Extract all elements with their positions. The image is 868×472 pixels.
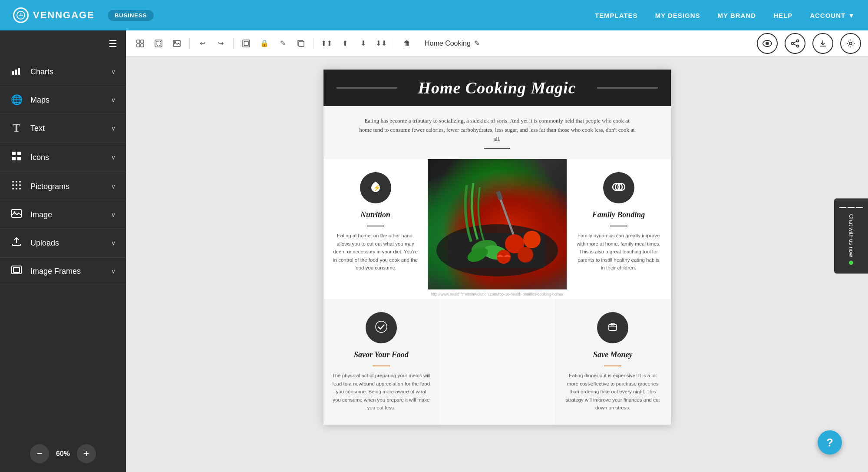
svg-text:⚡: ⚡ [373,184,381,192]
chat-label: Chat with us now [848,214,855,257]
savor-icon-circle [366,312,397,343]
canvas-wrapper: Home Cooking Magic Eating has become a t… [323,70,671,459]
save-money-icon-circle [597,312,628,343]
svg-rect-47 [496,191,503,200]
bring-top-icon[interactable]: ⬆⬆ [319,36,334,51]
chat-widget[interactable]: Chat with us now [834,199,868,274]
hamburger-icon[interactable]: ☰ [109,38,117,50]
svg-point-42 [849,42,852,45]
zoom-level: 60% [56,450,70,458]
logo-area[interactable]: VENNGAGE [13,7,95,23]
family-bonding-divider [610,226,627,226]
toolbar: ↩ ↪ 🔒 ✎ ⬆⬆ ⬆ ⬇ ⬇⬇ 🗑 [126,30,868,57]
svg-rect-9 [17,157,21,160]
top-navigation: VENNGAGE BUSINESS TEMPLATES MY DESIGNS M… [0,0,868,30]
preview-button[interactable] [757,33,778,54]
svg-point-53 [518,247,533,263]
nav-links: TEMPLATES MY DESIGNS MY BRAND HELP ACCOU… [595,12,855,19]
zoom-in-button[interactable]: + [77,444,96,463]
svg-point-14 [16,184,17,186]
business-badge[interactable]: BUSINESS [108,10,154,21]
design-title-text: Home Cooking [425,40,471,47]
layers-icon[interactable] [133,36,148,51]
chat-lines-icon [839,207,863,208]
sidebar-item-image-frames[interactable]: Image Frames ∨ [0,258,126,285]
svg-point-11 [16,181,17,183]
save-money-title: Save Money [593,350,632,359]
nav-account[interactable]: ACCOUNT ▼ [810,12,855,19]
svg-point-37 [792,42,794,44]
lock-icon[interactable]: 🔒 [257,36,272,51]
family-bonding-title: Family Bonding [592,210,645,219]
food-image[interactable] [428,159,567,289]
share-button[interactable] [785,33,805,54]
select-icon[interactable] [151,36,166,51]
family-bonding-text: Family dynamics can greatly improve with… [575,232,662,272]
svg-rect-22 [13,267,20,273]
settings-button[interactable] [840,33,861,54]
undo-icon[interactable]: ↩ [195,36,210,51]
svg-rect-32 [244,41,248,46]
toolbar-divider-2 [233,38,234,49]
nutrition-text: Eating at home, on the other hand, allow… [332,232,419,272]
svg-point-18 [19,188,21,189]
svg-rect-3 [12,71,14,75]
url-text: http://www.healthfitnessrevolution.com/t… [428,289,566,299]
infographic-sections: ⚡ Nutrition Eating at home, on the other… [323,159,671,299]
sidebar: ☰ Charts ∨ 🌐 Maps ∨ [0,30,126,472]
sidebar-item-charts[interactable]: Charts ∨ [0,57,126,86]
savor-icon [373,319,389,337]
svg-rect-4 [15,70,17,75]
image-frames-chevron: ∨ [111,268,116,275]
family-bonding-section: Family Bonding Family dynamics can great… [567,159,671,299]
edit-title-icon[interactable]: ✎ [474,39,480,47]
sidebar-menu-btn[interactable]: ☰ [0,30,126,57]
canvas-area[interactable]: Home Cooking Magic Eating has become a t… [126,57,868,472]
svg-rect-23 [137,40,140,43]
sidebar-item-pictograms[interactable]: Pictograms ∨ [0,172,126,201]
nav-templates[interactable]: TEMPLATES [595,12,638,19]
infographic-title[interactable]: Home Cooking Magic [397,78,597,97]
sidebar-item-uploads[interactable]: Uploads ∨ [0,229,126,258]
design-title-area[interactable]: Home Cooking ✎ [421,37,483,49]
redo-icon[interactable]: ↪ [213,36,228,51]
frame-icon[interactable] [239,36,254,51]
image-icon [10,209,23,220]
chevron-down-icon: ▼ [848,12,855,19]
nutrition-title: Nutrition [360,210,390,219]
sidebar-item-maps[interactable]: 🌐 Maps ∨ [0,86,126,114]
zoom-out-button[interactable]: − [30,444,49,463]
svg-rect-25 [137,44,140,47]
nav-help[interactable]: HELP [773,12,792,19]
image-frames-icon [10,266,23,277]
download-button[interactable] [812,33,833,54]
send-bottom-icon[interactable]: ⬇⬇ [374,36,389,51]
text-label: Text [30,124,45,133]
bring-up-icon[interactable]: ⬆ [337,36,352,51]
svg-rect-5 [18,68,20,75]
delete-icon[interactable]: 🗑 [399,36,414,51]
savor-title: Savor Your Food [354,350,409,359]
nutrition-icon-circle: ⚡ [360,172,391,203]
nav-my-brand[interactable]: MY BRAND [718,12,756,19]
maps-label: Maps [30,96,50,105]
svg-rect-8 [12,157,16,160]
help-fab-button[interactable]: ? [818,430,842,455]
intro-divider [484,148,510,149]
help-icon: ? [826,436,833,449]
save-money-icon [604,319,621,337]
pictograms-chevron: ∨ [111,183,116,190]
svg-point-58 [374,319,389,334]
send-down-icon[interactable]: ⬇ [356,36,370,51]
image-add-icon[interactable] [169,36,184,51]
edit-icon[interactable]: ✎ [275,36,290,51]
bottom-center [439,299,555,425]
pictograms-icon [10,180,23,193]
nav-my-designs[interactable]: MY DESIGNS [655,12,700,19]
duplicate-icon[interactable] [294,36,308,51]
sidebar-item-image[interactable]: Image ∨ [0,201,126,229]
uploads-icon [10,236,23,249]
text-icon: T [10,122,23,135]
sidebar-item-icons[interactable]: Icons ∨ [0,143,126,172]
sidebar-item-text[interactable]: T Text ∨ [0,114,126,143]
